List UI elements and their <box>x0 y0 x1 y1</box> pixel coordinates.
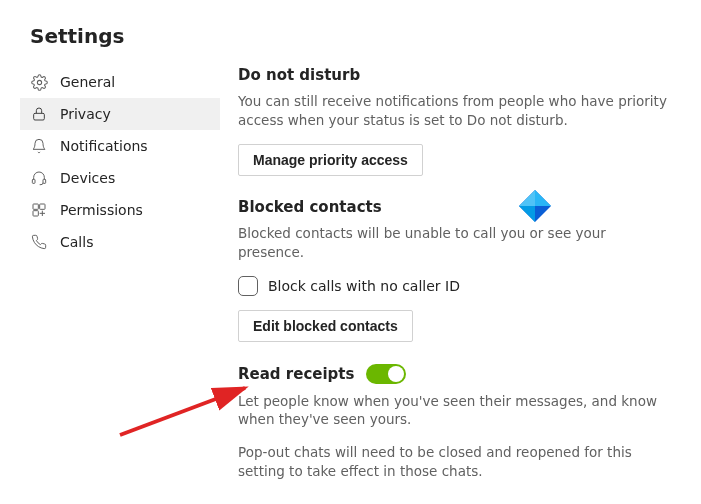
svg-marker-8 <box>535 190 551 206</box>
read-receipts-toggle[interactable] <box>366 364 406 384</box>
checkbox-label: Block calls with no caller ID <box>268 278 460 294</box>
svg-rect-6 <box>33 211 38 216</box>
sidebar-item-devices[interactable]: Devices <box>20 162 220 194</box>
main-content: Do not disturb You can still receive not… <box>220 66 701 503</box>
svg-rect-4 <box>33 204 38 209</box>
section-title-blocked: Blocked contacts <box>238 198 671 216</box>
section-do-not-disturb: Do not disturb You can still receive not… <box>238 66 671 176</box>
block-no-caller-id-row[interactable]: Block calls with no caller ID <box>238 276 671 296</box>
sidebar-item-label: General <box>60 74 115 90</box>
sidebar-item-label: Privacy <box>60 106 111 122</box>
edit-blocked-contacts-button[interactable]: Edit blocked contacts <box>238 310 413 342</box>
watermark-logo-icon <box>518 189 552 227</box>
apps-icon <box>30 201 48 219</box>
sidebar-item-calls[interactable]: Calls <box>20 226 220 258</box>
section-blocked-contacts: Blocked contacts Blocked contacts will b… <box>238 198 671 342</box>
page-title: Settings <box>0 0 701 66</box>
checkbox-icon[interactable] <box>238 276 258 296</box>
section-title-dnd: Do not disturb <box>238 66 671 84</box>
section-desc-read-receipts-1: Let people know when you've seen their m… <box>238 392 671 430</box>
sidebar-item-general[interactable]: General <box>20 66 220 98</box>
svg-rect-2 <box>32 179 35 183</box>
sidebar-item-label: Notifications <box>60 138 148 154</box>
section-desc-read-receipts-2: Pop-out chats will need to be closed and… <box>238 443 671 481</box>
section-read-receipts: Read receipts Let people know when you'v… <box>238 364 671 482</box>
sidebar-item-permissions[interactable]: Permissions <box>20 194 220 226</box>
manage-priority-access-button[interactable]: Manage priority access <box>238 144 423 176</box>
sidebar-item-label: Devices <box>60 170 115 186</box>
svg-point-0 <box>37 80 41 84</box>
lock-icon <box>30 105 48 123</box>
headset-icon <box>30 169 48 187</box>
svg-rect-3 <box>43 179 46 183</box>
gear-icon <box>30 73 48 91</box>
sidebar: General Privacy Notifications Devices Pe <box>0 66 220 503</box>
svg-rect-5 <box>40 204 45 209</box>
svg-marker-10 <box>519 190 535 206</box>
svg-rect-1 <box>34 113 45 120</box>
sidebar-item-notifications[interactable]: Notifications <box>20 130 220 162</box>
bell-icon <box>30 137 48 155</box>
sidebar-item-label: Calls <box>60 234 93 250</box>
phone-icon <box>30 233 48 251</box>
section-desc-dnd: You can still receive notifications from… <box>238 92 671 130</box>
section-title-read-receipts: Read receipts <box>238 364 671 384</box>
svg-marker-9 <box>519 206 535 222</box>
sidebar-item-label: Permissions <box>60 202 143 218</box>
section-desc-blocked: Blocked contacts will be unable to call … <box>238 224 671 262</box>
section-title-text: Read receipts <box>238 365 354 383</box>
sidebar-item-privacy[interactable]: Privacy <box>20 98 220 130</box>
